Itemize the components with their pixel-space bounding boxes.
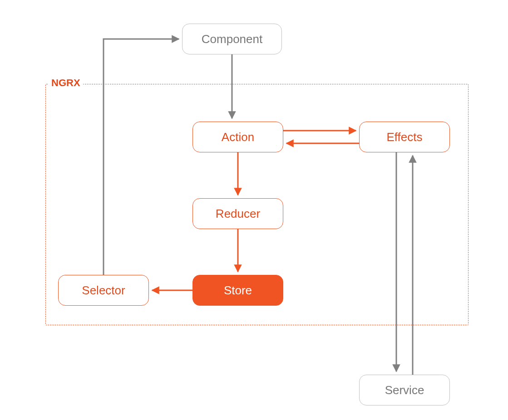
- node-reducer-label: Reducer: [216, 207, 260, 221]
- node-component-label: Component: [202, 32, 262, 46]
- node-selector: Selector: [58, 275, 149, 306]
- node-effects: Effects: [359, 122, 450, 152]
- diagram-canvas: NGRX Component Action Effects Reducer St…: [0, 0, 508, 420]
- node-store-label: Store: [224, 283, 252, 298]
- ngrx-container-label: NGRX: [49, 77, 83, 89]
- node-action: Action: [192, 122, 283, 152]
- node-service-label: Service: [385, 383, 424, 397]
- node-reducer: Reducer: [192, 198, 283, 229]
- node-selector-label: Selector: [82, 283, 125, 298]
- node-effects-label: Effects: [386, 130, 422, 144]
- node-service: Service: [359, 375, 450, 405]
- node-component: Component: [182, 24, 282, 54]
- node-store: Store: [192, 275, 283, 306]
- node-action-label: Action: [222, 130, 254, 144]
